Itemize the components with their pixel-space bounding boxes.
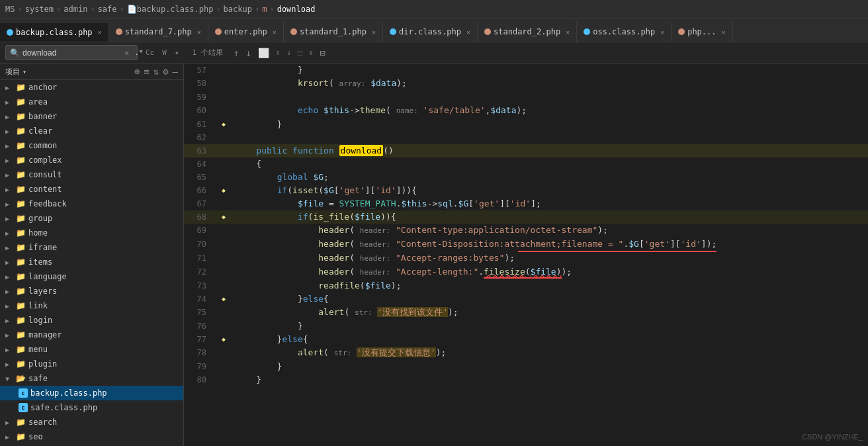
sidebar-item-anchor[interactable]: ▶ 📁 anchor bbox=[0, 80, 183, 95]
sidebar-item-layers[interactable]: ▶ 📁 layers bbox=[0, 284, 183, 298]
line-number: 74 bbox=[184, 292, 217, 306]
align-icon[interactable]: ≡ bbox=[144, 66, 149, 77]
sidebar-item-home[interactable]: ▶ 📁 home bbox=[0, 226, 183, 240]
line-content: header( header: "Accept-length:".filesiz… bbox=[230, 265, 868, 279]
line-number: 66 bbox=[184, 184, 217, 197]
code-line-64: 64 { bbox=[184, 157, 868, 171]
folder-icon: 📁 bbox=[16, 418, 26, 427]
line-number: 79 bbox=[184, 360, 217, 373]
folder-icon: 📁 bbox=[16, 214, 26, 223]
tab-standard2[interactable]: standard_2.php ✕ bbox=[478, 22, 577, 42]
sidebar-item-feedback[interactable]: ▶ 📁 feedback bbox=[0, 197, 183, 211]
tab-standard1[interactable]: standard_1.php ✕ bbox=[284, 22, 383, 42]
sidebar-item-seo[interactable]: ▶ 📁 seo bbox=[0, 429, 183, 444]
sort-icon[interactable]: ⇅ bbox=[153, 66, 159, 77]
search-context-button[interactable]: ⬜ bbox=[255, 48, 272, 58]
tab-close-8[interactable]: ✕ bbox=[722, 28, 726, 36]
sidebar-item-link[interactable]: ▶ 📁 link bbox=[0, 298, 183, 313]
tab-close-1[interactable]: ✕ bbox=[98, 28, 102, 36]
line-gutter bbox=[217, 360, 230, 373]
line-content: }else{ bbox=[230, 333, 868, 346]
arrow-icon: ▶ bbox=[5, 361, 13, 368]
search-extra-4[interactable]: ⇕ bbox=[306, 48, 316, 57]
globe-icon[interactable]: ⊕ bbox=[134, 66, 140, 77]
sidebar-item-login[interactable]: ▶ 📁 login bbox=[0, 313, 183, 328]
sidebar-item-items[interactable]: ▶ 📁 items bbox=[0, 255, 183, 269]
line-content bbox=[230, 131, 868, 144]
sidebar-item-label: menu bbox=[28, 345, 48, 354]
tab-close-7[interactable]: ✕ bbox=[660, 28, 664, 36]
tab-close-6[interactable]: ✕ bbox=[566, 28, 570, 36]
search-input-wrapper: 🔍 ✕ .* bbox=[5, 45, 138, 60]
tab-icon-7 bbox=[584, 28, 590, 35]
sidebar-item-plugin[interactable]: ▶ 📁 plugin bbox=[0, 357, 183, 371]
tab-more[interactable]: php... ✕ bbox=[672, 22, 732, 42]
sidebar-item-area[interactable]: ▶ 📁 area bbox=[0, 95, 183, 109]
sidebar-item-group[interactable]: ▶ 📁 group bbox=[0, 211, 183, 226]
tab-standard7[interactable]: standard_7.php ✕ bbox=[109, 22, 208, 42]
folder-icon: 📁 bbox=[16, 287, 26, 296]
tab-close-4[interactable]: ✕ bbox=[372, 28, 376, 36]
line-gutter: ◆ bbox=[217, 184, 230, 197]
sidebar-item-safe[interactable]: ▼ 📂 safe bbox=[0, 371, 183, 386]
tab-close-3[interactable]: ✕ bbox=[273, 28, 277, 36]
folder-icon: 📁 bbox=[16, 330, 26, 339]
search-filter-button[interactable]: ⊟ bbox=[317, 48, 327, 58]
sidebar-item-label: backup.class.php bbox=[30, 388, 107, 398]
sidebar-toolbar-left: 项目 ▾ bbox=[5, 67, 26, 77]
arrow-icon: ▶ bbox=[5, 186, 13, 193]
search-clear-button[interactable]: ✕ bbox=[124, 48, 129, 58]
search-next-button[interactable]: ↓ bbox=[243, 48, 253, 58]
search-prev-button[interactable]: ↑ bbox=[231, 48, 241, 58]
search-case-button[interactable]: Cc bbox=[143, 47, 157, 58]
sidebar-item-clear[interactable]: ▶ 📁 clear bbox=[0, 124, 183, 138]
line-gutter: ◆ bbox=[217, 210, 230, 224]
search-input[interactable] bbox=[22, 48, 122, 58]
folder-icon: 📁 bbox=[16, 185, 26, 194]
breadcrumb-file: 📄 bbox=[127, 5, 137, 14]
sidebar-item-language[interactable]: ▶ 📁 language bbox=[0, 269, 183, 284]
sidebar-item-complex[interactable]: ▶ 📁 complex bbox=[0, 153, 183, 167]
tab-backup-class[interactable]: backup.class.php ✕ bbox=[0, 22, 109, 42]
breadcrumb-backup: backup bbox=[224, 5, 252, 14]
sidebar-item-banner[interactable]: ▶ 📁 banner bbox=[0, 109, 183, 124]
settings-icon[interactable]: ⚙ bbox=[163, 66, 168, 77]
tab-close-5[interactable]: ✕ bbox=[466, 28, 470, 36]
breadcrumb-m: m bbox=[262, 5, 267, 14]
collapse-icon[interactable]: — bbox=[173, 66, 178, 77]
folder-icon: 📁 bbox=[16, 112, 26, 121]
search-extra-1[interactable]: ⇑ bbox=[273, 48, 283, 57]
search-word-button[interactable]: W bbox=[159, 47, 169, 58]
tab-oss[interactable]: oss.class.php ✕ bbox=[577, 22, 672, 42]
sidebar-item-common[interactable]: ▶ 📁 common bbox=[0, 138, 183, 153]
line-content bbox=[230, 91, 868, 104]
search-wildcard-button[interactable]: ✦ bbox=[172, 47, 182, 58]
line-gutter bbox=[217, 91, 230, 104]
line-gutter bbox=[217, 104, 230, 118]
search-extra-3[interactable]: ⬚ bbox=[295, 48, 305, 57]
sidebar-toolbar-right: ⊕ ≡ ⇅ ⚙ — bbox=[134, 66, 178, 77]
code-line-73: 73 readfile($file); bbox=[184, 279, 868, 292]
line-number: 75 bbox=[184, 306, 217, 320]
line-number: 59 bbox=[184, 91, 217, 104]
sidebar-item-label: consult bbox=[28, 170, 62, 179]
sidebar-item-iframe[interactable]: ▶ 📁 iframe bbox=[0, 240, 183, 255]
sidebar-item-menu[interactable]: ▶ 📁 menu bbox=[0, 342, 183, 357]
sidebar-item-safe-class[interactable]: c safe.class.php bbox=[0, 400, 183, 415]
sidebar-item-consult[interactable]: ▶ 📁 consult bbox=[0, 167, 183, 182]
search-extra-2[interactable]: ⇓ bbox=[284, 48, 294, 57]
tab-enter[interactable]: enter.php ✕ bbox=[208, 22, 284, 42]
sidebar-item-content[interactable]: ▶ 📁 content bbox=[0, 182, 183, 197]
code-line-70: 70 header( header: "Content-Disposition:… bbox=[184, 238, 868, 251]
line-content: }else{ bbox=[230, 292, 868, 306]
line-gutter bbox=[217, 251, 230, 265]
chevron-down-icon[interactable]: ▾ bbox=[22, 68, 26, 75]
sidebar-item-backup-class[interactable]: c backup.class.php bbox=[0, 386, 183, 400]
arrow-icon: ▶ bbox=[5, 346, 13, 353]
tab-dir[interactable]: dir.class.php ✕ bbox=[383, 22, 478, 42]
sidebar-item-search[interactable]: ▶ 📁 search bbox=[0, 415, 183, 429]
tab-close-2[interactable]: ✕ bbox=[197, 28, 201, 36]
folder-icon: 📁 bbox=[16, 316, 26, 325]
line-content: header( header: "Content-Disposition:att… bbox=[230, 238, 868, 251]
sidebar-item-manager[interactable]: ▶ 📁 manager bbox=[0, 328, 183, 342]
